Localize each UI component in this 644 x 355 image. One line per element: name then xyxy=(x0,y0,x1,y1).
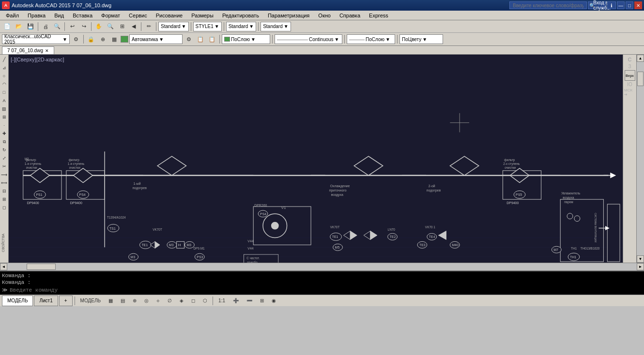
workspace-dropdown[interactable]: Классическ...utoCAD 2015 ▼ xyxy=(2,34,70,44)
snap-icon[interactable]: ⊕ xyxy=(97,34,108,44)
modify-offset[interactable]: ⊟ xyxy=(0,187,8,195)
search-input[interactable] xyxy=(509,1,587,9)
canvas-area[interactable]: [-][Сверху][2D-каркас] xyxy=(9,55,623,263)
menu-service[interactable]: Сервис xyxy=(125,11,151,20)
status-polar[interactable]: ◎ xyxy=(141,296,152,306)
modify-erase[interactable]: ◻ xyxy=(0,204,8,211)
plotstyle-dropdown[interactable]: ПоЦвету ▼ xyxy=(399,34,443,44)
scroll-track[interactable] xyxy=(637,62,644,255)
maximize-button[interactable]: □ xyxy=(626,1,633,9)
scroll-up-button[interactable]: ▲ xyxy=(637,55,644,62)
new-button[interactable]: 📄 xyxy=(2,22,13,31)
dim-style-dropdown[interactable]: STYLE1 ▼ xyxy=(193,22,222,31)
lineweight-dropdown[interactable]: ———— ПоСлою ▼ xyxy=(347,34,395,44)
draw-circle[interactable]: ○ xyxy=(0,72,8,80)
login-button[interactable]: Вход в службы xyxy=(598,1,606,9)
menu-help[interactable]: Справка xyxy=(336,11,364,20)
close-tab-icon[interactable]: ✕ xyxy=(45,48,49,53)
scroll-right-button[interactable]: ► xyxy=(637,263,644,270)
status-ortho[interactable]: ⊕ xyxy=(129,296,140,306)
sheet1-tab[interactable]: Лист1 xyxy=(34,296,58,306)
status-zoom-in[interactable]: ➕ xyxy=(230,296,242,306)
status-model-space[interactable]: МОДЕЛЬ xyxy=(77,296,104,306)
autoscale-settings[interactable]: ⚙ xyxy=(184,34,194,44)
menu-file[interactable]: Файл xyxy=(2,11,23,20)
menu-edit[interactable]: Правка xyxy=(24,11,49,20)
draw-arc[interactable]: ◠ xyxy=(0,80,8,88)
status-grid[interactable]: ▦ xyxy=(105,296,116,306)
modify-mirror[interactable]: ⟺ xyxy=(0,179,8,187)
layer-btn2[interactable]: 📋 xyxy=(207,34,217,44)
zoom-prev[interactable]: ◀ xyxy=(128,22,139,31)
print-button[interactable]: 🖨 xyxy=(40,22,51,31)
status-zoom-out[interactable]: ➖ xyxy=(243,296,256,306)
status-workspace-icon[interactable]: ◉ xyxy=(268,296,279,306)
info-button[interactable]: ℹ xyxy=(607,1,616,9)
modify-move[interactable]: ✚ xyxy=(0,130,8,137)
modify-trim[interactable]: ✂ xyxy=(0,163,8,170)
add-sheet-tab[interactable]: + xyxy=(59,296,73,306)
menu-insert[interactable]: Вставка xyxy=(69,11,96,20)
model-tab[interactable]: МОДЕЛЬ xyxy=(2,296,33,306)
text-style-dropdown[interactable]: Standard ▼ xyxy=(158,22,189,31)
draw-line[interactable]: ╱ xyxy=(0,56,8,63)
svg-text:СИСТЕМЫ ВЕНТИЛЯЦИИ: СИСТЕМЫ ВЕНТИЛЯЦИИ xyxy=(594,213,597,242)
modify-scale[interactable]: ⤢ xyxy=(0,154,8,162)
scroll-left-button[interactable]: ◄ xyxy=(0,263,7,270)
draw-pline[interactable]: ⊿ xyxy=(0,64,8,72)
view-top-button[interactable]: Верх xyxy=(625,70,635,81)
menu-express[interactable]: Express xyxy=(365,11,392,20)
menu-draw[interactable]: Рисование xyxy=(152,11,186,20)
menu-format[interactable]: Формат xyxy=(97,11,124,20)
save-button[interactable]: 💾 xyxy=(25,22,36,31)
pan-button[interactable]: ✋ xyxy=(93,22,104,31)
undo-button[interactable]: ↩ xyxy=(67,22,77,31)
draw-block[interactable]: ⊞ xyxy=(0,113,8,121)
scroll-down-button[interactable]: ▼ xyxy=(637,255,644,263)
open-button[interactable]: 📂 xyxy=(14,22,24,31)
status-transparency[interactable]: ◻ xyxy=(188,296,199,306)
lock-icon[interactable]: 🔒 xyxy=(86,34,96,44)
modify-copy[interactable]: ⧉ xyxy=(0,138,8,146)
menu-window[interactable]: Окно xyxy=(314,11,335,20)
h-scroll-track[interactable] xyxy=(7,263,637,270)
modify-array[interactable]: ⊞ xyxy=(0,195,8,203)
status-full-nav[interactable]: ⊞ xyxy=(257,296,267,306)
linetype-dropdown[interactable]: ———————— Continuous ▼ xyxy=(275,34,342,44)
redo-button[interactable]: ↪ xyxy=(78,22,89,31)
svg-text:M2: M2 xyxy=(25,157,29,161)
doc-tab-active[interactable]: 7 07_06_10.dwg ✕ xyxy=(2,46,54,54)
status-snap[interactable]: ▤ xyxy=(117,296,128,306)
workspace-settings[interactable]: ⚙ xyxy=(71,34,81,44)
status-scale[interactable]: 1:1 xyxy=(215,296,229,306)
match-prop[interactable]: ✏ xyxy=(143,22,154,31)
table-style-dropdown[interactable]: Standard ▼ xyxy=(226,22,257,31)
draw-text[interactable]: A xyxy=(0,97,8,104)
menu-params[interactable]: Параметризация xyxy=(264,11,313,20)
status-lineweight[interactable]: ◈ xyxy=(176,296,187,306)
modify-extend[interactable]: ⟶ xyxy=(0,171,8,178)
status-osnap[interactable]: ⟡ xyxy=(153,296,163,306)
modify-rotate[interactable]: ↻ xyxy=(0,146,8,154)
autoscale-dropdown[interactable]: Автоматика ▼ xyxy=(129,34,183,44)
menu-edit2[interactable]: Редактировать xyxy=(218,11,263,20)
multilead-style-dropdown[interactable]: Standard ▼ xyxy=(261,22,291,31)
draw-hatch[interactable]: ▨ xyxy=(0,105,8,113)
draw-rect[interactable]: □ xyxy=(0,89,8,96)
menu-dimensions[interactable]: Размеры xyxy=(187,11,217,20)
close-button[interactable]: ✕ xyxy=(634,1,642,9)
zoom-extent[interactable]: ⊞ xyxy=(117,22,127,31)
zoom-button[interactable]: 🔍 xyxy=(105,22,116,31)
scroll-thumb[interactable] xyxy=(637,72,644,86)
minimize-button[interactable]: — xyxy=(617,1,625,9)
status-dynin[interactable]: ∅ xyxy=(164,296,175,306)
draw-point[interactable]: · xyxy=(0,121,8,129)
layer-btn1[interactable]: 📋 xyxy=(195,34,206,44)
preview-button[interactable]: 🔍 xyxy=(52,22,62,31)
h-scroll-thumb[interactable] xyxy=(27,264,56,270)
cmd-input[interactable] xyxy=(10,287,642,293)
menu-view[interactable]: Вид xyxy=(50,11,68,20)
layer-dropdown[interactable]: ПоСлою ▼ xyxy=(222,34,270,44)
status-sel-cycling[interactable]: ⬡ xyxy=(199,296,211,306)
grid-icon[interactable]: ▦ xyxy=(109,34,120,44)
